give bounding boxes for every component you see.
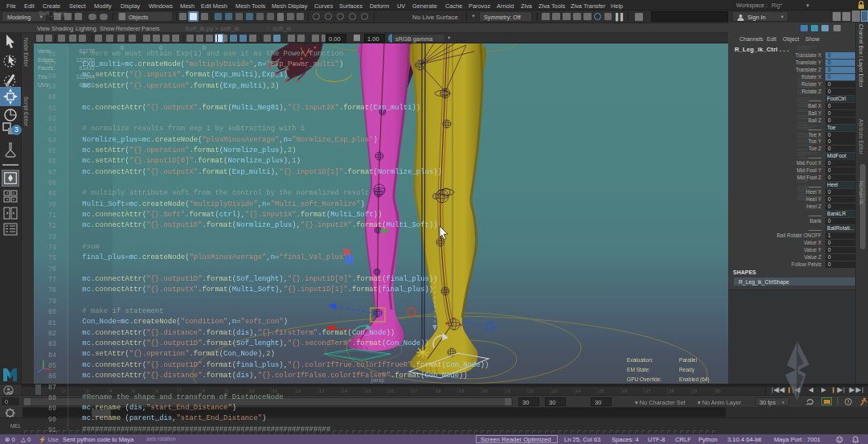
svg-text:123250: 123250 [76, 57, 95, 63]
svg-text:0: 0 [121, 45, 124, 51]
svg-text:122644: 122644 [76, 74, 95, 80]
svg-text:Verts:: Verts: [38, 48, 52, 54]
svg-text:65800: 65800 [80, 82, 96, 88]
svg-text:Enabled (64): Enabled (64) [679, 376, 710, 383]
svg-text:Ready: Ready [679, 367, 695, 373]
svg-text:GPU Override:: GPU Override: [627, 376, 661, 382]
svg-text:Faces:: Faces: [38, 65, 55, 71]
svg-text:0: 0 [159, 45, 162, 51]
svg-text:EM State:: EM State: [627, 367, 650, 372]
svg-text:UVs:: UVs: [38, 82, 50, 88]
svg-text:Parallel: Parallel [679, 357, 698, 363]
svg-text:Evaluation:: Evaluation: [627, 357, 653, 363]
svg-text:61770: 61770 [80, 48, 96, 54]
svg-text:Edges:: Edges: [38, 57, 55, 64]
svg-text:61412: 61412 [80, 65, 96, 71]
svg-text:Tris:: Tris: [38, 74, 48, 80]
svg-text:persp: persp [371, 377, 384, 384]
svg-text:0: 0 [203, 45, 206, 51]
